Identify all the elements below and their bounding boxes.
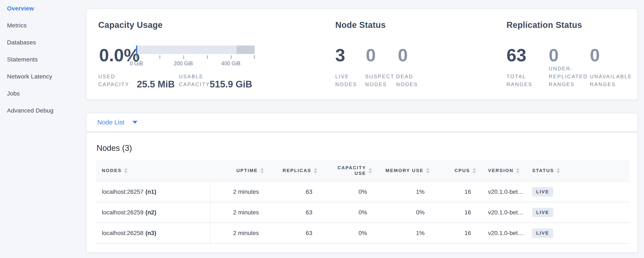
node-status-title: Node Status xyxy=(335,21,386,29)
suspect-nodes-count: 0 xyxy=(366,46,376,64)
gauge-other-segment xyxy=(236,46,255,54)
nodes-table-card: Nodes (3) NODES UPTIME REPLICAS CAPACITY… xyxy=(86,132,638,253)
uptime-cell: 2 minutes xyxy=(210,202,264,222)
node-list-dropdown-label[interactable]: Node List xyxy=(98,119,124,126)
capacity-usage-section: Capacity Usage 0.0% 0 GiB 200 GiB 400 Gi… xyxy=(98,9,281,99)
node-id: (n2) xyxy=(145,209,156,216)
chevron-down-icon xyxy=(132,121,138,124)
cluster-summary-card: Capacity Usage 0.0% 0 GiB 200 GiB 400 Gi… xyxy=(86,9,638,100)
sort-arrows-icon xyxy=(556,168,560,173)
unavailable-ranges-count: 0 xyxy=(590,46,600,64)
gauge-tick-label: 200 GiB xyxy=(174,60,193,67)
suspect-nodes-label: SUSPECT NODES xyxy=(365,73,394,88)
status-cell: LIVE xyxy=(530,223,630,243)
sort-arrows-icon xyxy=(516,168,520,173)
cluster-overview-page: Overview Metrics Databases Statements Ne… xyxy=(0,0,644,258)
sidebar-item-statements[interactable]: Statements xyxy=(0,51,84,68)
replicas-cell: 63 xyxy=(264,182,317,202)
gauge-used-marker xyxy=(136,46,137,54)
column-header-status[interactable]: STATUS xyxy=(530,160,630,181)
sort-arrows-icon xyxy=(368,168,372,173)
capacity-gauge: 0 GiB 200 GiB 400 GiB xyxy=(136,46,255,54)
column-header-cpus[interactable]: CPUS xyxy=(430,160,476,181)
column-header-uptime[interactable]: UPTIME xyxy=(210,160,264,181)
nodes-table-heading: Nodes (3) xyxy=(96,144,132,152)
sort-arrows-icon xyxy=(426,168,430,173)
cpus-cell: 16 xyxy=(430,202,476,222)
sort-arrows-icon xyxy=(260,168,264,173)
live-nodes-label: LIVE NODES xyxy=(335,73,357,88)
capacity-usage-title: Capacity Usage xyxy=(98,21,163,29)
replication-status-title: Replication Status xyxy=(506,21,582,29)
table-row: localhost:26259(n2) 2 minutes 63 0% 0% 1… xyxy=(96,202,630,223)
gauge-tick xyxy=(136,55,137,59)
dead-nodes-count: 0 xyxy=(398,46,408,64)
version-cell: v20.1.0-bet… xyxy=(476,223,530,243)
gauge-tick xyxy=(160,55,160,59)
gauge-tick-label: 0 GiB xyxy=(130,60,143,67)
usable-capacity-label: USABLE CAPACITY xyxy=(179,73,210,88)
sidebar-item-advanced-debug[interactable]: Advanced Debug xyxy=(0,102,84,119)
memory-use-cell: 0% xyxy=(372,202,430,222)
version-cell: v20.1.0-bet… xyxy=(476,182,530,202)
under-replicated-ranges-label: UNDER- REPLICATED RANGES xyxy=(549,65,588,88)
column-header-replicas[interactable]: REPLICAS xyxy=(264,160,317,181)
node-address-link[interactable]: localhost:26259(n2) xyxy=(96,202,210,222)
memory-use-cell: 1% xyxy=(372,182,430,202)
status-badge: LIVE xyxy=(532,208,553,217)
status-cell: LIVE xyxy=(530,202,630,222)
sidebar-item-network-latency[interactable]: Network Latency xyxy=(0,68,84,85)
cpus-cell: 16 xyxy=(430,182,476,202)
total-ranges-count: 63 xyxy=(506,46,526,64)
memory-use-cell: 1% xyxy=(372,223,430,243)
version-cell: v20.1.0-bet… xyxy=(476,202,530,222)
replicas-cell: 63 xyxy=(264,202,317,222)
gauge-tick xyxy=(254,55,255,59)
total-ranges-label: TOTAL RANGES xyxy=(506,73,532,88)
status-badge: LIVE xyxy=(532,187,553,197)
status-cell: LIVE xyxy=(530,182,630,202)
nodes-table: NODES UPTIME REPLICAS CAPACITY USE MEMOR… xyxy=(96,160,630,243)
node-id: (n3) xyxy=(145,230,156,236)
nodes-table-header: NODES UPTIME REPLICAS CAPACITY USE MEMOR… xyxy=(96,160,630,182)
node-address-link[interactable]: localhost:26258(n3) xyxy=(96,223,210,243)
under-replicated-ranges-count: 0 xyxy=(549,46,559,64)
table-row: localhost:26257(n1) 2 minutes 63 0% 1% 1… xyxy=(96,182,630,202)
sidebar-item-metrics[interactable]: Metrics xyxy=(0,17,84,34)
usable-capacity-value: 515.9 GiB xyxy=(210,80,252,89)
column-header-version[interactable]: VERSION xyxy=(476,160,530,181)
status-badge: LIVE xyxy=(532,228,553,238)
sidebar-item-overview[interactable]: Overview xyxy=(0,0,84,17)
gauge-tick xyxy=(207,55,208,59)
capacity-use-cell: 0% xyxy=(317,223,372,243)
capacity-use-cell: 0% xyxy=(317,182,372,202)
column-header-memory-use[interactable]: MEMORY USE xyxy=(372,160,430,181)
sidebar-item-jobs[interactable]: Jobs xyxy=(0,85,84,102)
node-address-link[interactable]: localhost:26257(n1) xyxy=(96,182,210,202)
live-nodes-count: 3 xyxy=(335,46,345,64)
table-row: localhost:26258(n3) 2 minutes 63 0% 1% 1… xyxy=(96,223,630,243)
gauge-tick xyxy=(183,55,184,59)
unavailable-ranges-label: UNAVAILABLE RANGES xyxy=(590,73,632,88)
sort-arrows-icon xyxy=(472,168,476,173)
column-header-nodes[interactable]: NODES xyxy=(96,160,210,181)
replicas-cell: 63 xyxy=(264,223,317,243)
uptime-cell: 2 minutes xyxy=(210,182,264,202)
sort-arrows-icon xyxy=(314,168,317,173)
sidebar-item-databases[interactable]: Databases xyxy=(0,34,84,51)
sidebar: Overview Metrics Databases Statements Ne… xyxy=(0,0,84,258)
cpus-cell: 16 xyxy=(430,223,476,243)
node-list-dropdown[interactable]: Node List xyxy=(86,113,638,132)
replication-status-section: Replication Status 63 0 0 TOTAL RANGES U… xyxy=(506,9,634,99)
capacity-use-cell: 0% xyxy=(317,202,372,222)
sort-arrows-icon xyxy=(124,168,128,173)
dead-nodes-label: DEAD NODES xyxy=(396,73,418,88)
gauge-tick-label: 400 GiB xyxy=(221,60,240,67)
uptime-cell: 2 minutes xyxy=(210,223,264,243)
node-id: (n1) xyxy=(145,188,156,195)
used-capacity-label: USED CAPACITY xyxy=(98,73,129,88)
node-status-section: Node Status 3 0 0 LIVE NODES SUSPECT NOD… xyxy=(335,9,496,99)
used-capacity-value: 25.5 MiB xyxy=(137,80,175,89)
gauge-tick xyxy=(231,55,232,59)
column-header-capacity-use[interactable]: CAPACITY USE xyxy=(317,160,372,181)
